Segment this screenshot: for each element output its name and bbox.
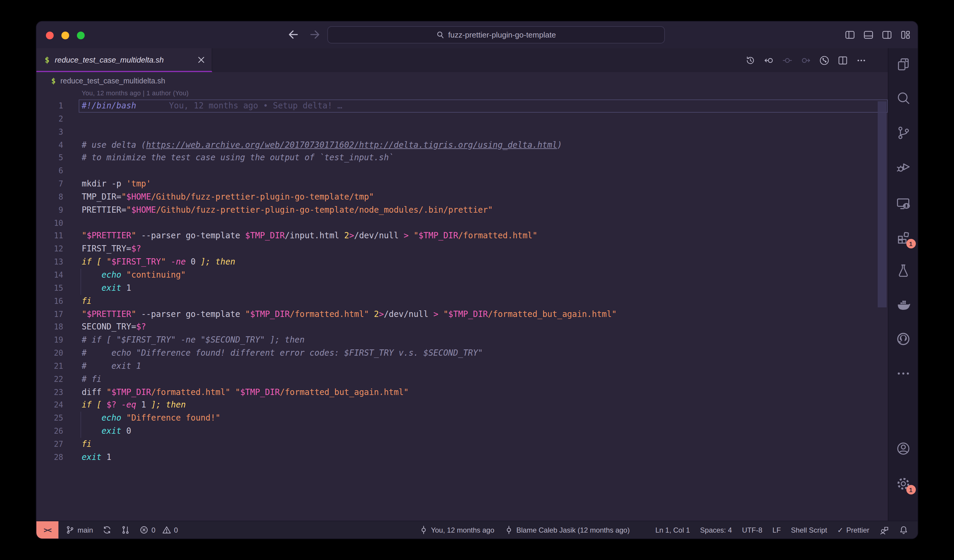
code-line[interactable]: 19# if [ "$FIRST_TRY" -ne "$SECOND_TRY" … <box>36 334 888 347</box>
code-line[interactable]: 9PRETTIER="$HOME/Github/fuzz-prettier-pl… <box>36 204 888 217</box>
token-str: "continuing" <box>126 270 186 279</box>
indent-guide <box>81 425 81 438</box>
code-line[interactable]: 2 <box>36 113 888 126</box>
token-sheb: #!/bin/bash <box>82 101 136 110</box>
line-number: 17 <box>36 308 63 321</box>
tab-reduce-test-case[interactable]: $ reduce_test_case_multidelta.sh <box>36 48 212 72</box>
testing-beaker-icon[interactable] <box>895 263 911 278</box>
token-pl: 1 <box>136 400 151 409</box>
cursor-position[interactable]: Ln 1, Col 1 <box>655 526 690 534</box>
more-actions-icon[interactable] <box>856 55 866 65</box>
explorer-icon[interactable] <box>895 57 911 72</box>
breadcrumb[interactable]: $ reduce_test_case_multidelta.sh <box>36 72 888 89</box>
customize-layout-icon[interactable] <box>900 30 910 40</box>
account-icon[interactable] <box>895 441 911 456</box>
code-line[interactable]: 12FIRST_TRY=$? <box>36 243 888 256</box>
navigate-back-icon[interactable] <box>287 28 300 41</box>
code-line[interactable]: 23diff "$TMP_DIR/formatted.html" "$TMP_D… <box>36 386 888 399</box>
code-line[interactable]: 13if [ "$FIRST_TRY" -ne 0 ]; then <box>36 255 888 269</box>
blame-commit-item[interactable]: Blame Caleb Jasik (12 months ago) <box>504 526 630 534</box>
code-line[interactable]: 17"$PRETTIER" --parser go-template "$TMP… <box>36 308 888 321</box>
remote-indicator[interactable]: >< <box>36 521 58 539</box>
line-number: 9 <box>36 204 63 217</box>
errors-icon <box>140 526 148 534</box>
code-line[interactable]: 7mkdir -p 'tmp' <box>36 177 888 191</box>
settings-gear-icon[interactable]: 1 <box>895 476 911 492</box>
branch-indicator[interactable]: main <box>65 526 93 534</box>
previous-revision-icon[interactable] <box>764 55 774 65</box>
docker-icon[interactable] <box>895 298 911 313</box>
toggle-secondary-sidebar-icon[interactable] <box>882 30 892 40</box>
code-line[interactable]: 4# use delta (https://web.archive.org/we… <box>36 138 888 152</box>
formatter-indicator[interactable]: ✓ Prettier <box>837 526 870 534</box>
code-line[interactable]: 20# echo "Difference found! different er… <box>36 347 888 360</box>
code-line[interactable]: 1#!/bin/bashYou, 12 months ago • Setup d… <box>36 100 888 113</box>
indentation-indicator[interactable]: Spaces: 4 <box>700 526 732 534</box>
code-line[interactable]: 15 exit 1 <box>36 282 888 295</box>
code-line[interactable]: 11"$PRETTIER" --parser go-template $TMP_… <box>36 230 888 243</box>
zoom-window-button[interactable] <box>77 31 85 39</box>
token-pl: TMP_DIR= <box>82 192 122 201</box>
token-str: /formatted.html" <box>151 387 231 397</box>
run-debug-icon[interactable] <box>895 159 911 174</box>
code-line[interactable]: 16fi <box>36 295 888 308</box>
language-mode[interactable]: Shell Script <box>791 526 827 534</box>
notifications-bell-icon[interactable] <box>899 526 908 534</box>
code-line[interactable]: 25 echo "Difference found!" <box>36 412 888 425</box>
line-number: 18 <box>36 321 63 334</box>
close-window-button[interactable] <box>46 31 54 39</box>
token-kw: [ <box>97 400 102 409</box>
code-line[interactable]: 21# exit 1 <box>36 360 888 373</box>
token-url: https://web.archive.org/web/201707301716… <box>146 140 557 149</box>
extensions-badge: 1 <box>906 239 915 249</box>
code-line[interactable]: 27fi <box>36 438 888 451</box>
code-line[interactable]: 26 exit 0 <box>36 425 888 438</box>
code-line[interactable]: 24if [ $? -eq 1 ]; then <box>36 399 888 412</box>
additional-views-icon[interactable] <box>895 366 911 381</box>
sync-changes-icon[interactable] <box>103 526 112 534</box>
split-editor-icon[interactable] <box>838 55 848 65</box>
commit-graph-status-icon[interactable] <box>121 526 130 534</box>
line-number: 25 <box>36 412 63 425</box>
code-line[interactable]: 6 <box>36 165 888 177</box>
code-line[interactable]: 22# fi <box>36 373 888 386</box>
token-var: $? <box>106 400 116 409</box>
blame-you-item[interactable]: You, 12 months ago <box>419 526 494 534</box>
blame-commit-label: Blame Caleb Jasik (12 months ago) <box>516 526 630 534</box>
encoding-indicator[interactable]: UTF-8 <box>742 526 762 534</box>
previous-change-icon[interactable] <box>782 55 792 65</box>
code-line[interactable]: 3 <box>36 125 888 138</box>
feedback-icon[interactable] <box>879 525 889 535</box>
eol-indicator[interactable]: LF <box>772 526 781 534</box>
timeline-history-icon[interactable] <box>745 55 756 65</box>
remote-explorer-icon[interactable] <box>895 196 911 212</box>
minimize-window-button[interactable] <box>61 31 69 39</box>
codelens-blame[interactable]: You, 12 months ago | 1 author (You) <box>36 89 888 100</box>
next-change-icon[interactable] <box>801 55 811 65</box>
extensions-icon[interactable]: 1 <box>895 230 911 246</box>
close-tab-icon[interactable] <box>197 55 206 64</box>
token-pl: /dev/null <box>384 309 433 319</box>
code-line[interactable]: 5# to minimize the test case using the o… <box>36 152 888 165</box>
toggle-panel-icon[interactable] <box>864 30 873 40</box>
toggle-primary-sidebar-icon[interactable] <box>845 30 855 40</box>
code-editor[interactable]: You, 12 months ago | 1 author (You) 1#!/… <box>36 89 888 521</box>
code-line[interactable]: 8TMP_DIR="$HOME/Github/fuzz-prettier-plu… <box>36 191 888 204</box>
code-line[interactable]: 14 echo "continuing" <box>36 269 888 282</box>
problems-indicator[interactable]: 0 0 <box>140 526 178 534</box>
commit-graph-icon[interactable] <box>819 55 829 65</box>
code-line[interactable]: 18SECOND_TRY=$? <box>36 321 888 334</box>
source-control-icon[interactable] <box>895 125 911 141</box>
code-line[interactable]: 10 <box>36 216 888 230</box>
command-center-search[interactable]: fuzz-prettier-plugin-go-template <box>327 26 665 44</box>
search-icon[interactable] <box>895 90 911 106</box>
editor-scrollbar[interactable] <box>878 101 887 307</box>
token-pl <box>102 400 107 409</box>
github-icon[interactable] <box>895 331 911 347</box>
line-number: 14 <box>36 269 63 282</box>
search-icon <box>436 31 444 39</box>
code-line[interactable]: 28exit 1 <box>36 451 888 464</box>
token-str: " <box>235 387 240 397</box>
token-kw: if <box>82 400 92 409</box>
navigate-forward-icon[interactable] <box>308 28 321 41</box>
